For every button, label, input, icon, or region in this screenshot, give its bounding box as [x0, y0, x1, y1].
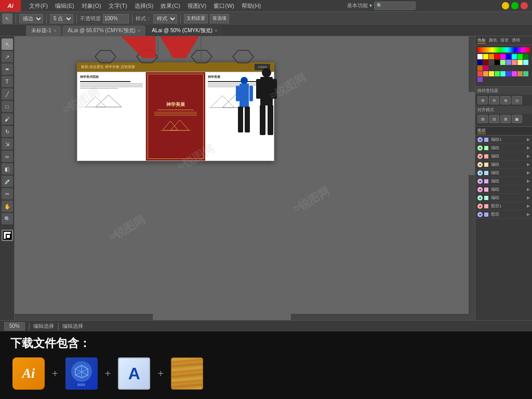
minimize-button[interactable] — [502, 2, 509, 9]
layer-eye-8[interactable]: ● — [477, 204, 483, 209]
layer-arrow-8[interactable]: ▶ — [527, 204, 530, 208]
swatch-blue[interactable] — [506, 54, 511, 59]
hand-tool[interactable]: ✋ — [2, 201, 13, 212]
zoom-input[interactable] — [4, 322, 25, 330]
swatch-r6[interactable] — [506, 71, 511, 76]
layer-eye-5[interactable]: ● — [477, 179, 483, 184]
swatch-black[interactable] — [495, 60, 500, 65]
swatch-r7[interactable] — [512, 71, 517, 76]
tab-close-untitled[interactable]: × — [54, 28, 56, 33]
canvas-area[interactable]: ≈锐图网 ≈锐图网 ≈锐图网 ≈锐图网 ≈锐图网 教风·优业爱生 师学并教 启智… — [15, 36, 475, 320]
scale-tool[interactable]: ⇲ — [2, 138, 13, 150]
color-tab[interactable]: 色板 — [477, 37, 486, 44]
pen-tool[interactable]: ✒ — [2, 63, 13, 75]
layer-row-6[interactable]: ● 编组 ▶ — [475, 185, 532, 194]
layer-eye-1[interactable]: ● — [477, 145, 483, 151]
tab-file2[interactable]: ALai @ 50% (CMYK/预览) × — [147, 25, 222, 36]
swatch-white[interactable] — [477, 54, 483, 59]
doc-setup-button[interactable]: 文档设置 — [184, 14, 208, 23]
swatch-cyan[interactable] — [512, 54, 517, 59]
transparency-tab[interactable]: 透明 — [512, 37, 520, 44]
layer-row-0[interactable]: ● 编组1 ▶ — [475, 136, 532, 144]
align-left[interactable]: ⊞ — [477, 115, 488, 123]
layer-row-2[interactable]: ● 编组 ▶ — [475, 152, 532, 161]
color-tab2[interactable]: 颜色 — [489, 37, 497, 44]
layer-arrow-2[interactable]: ▶ — [527, 154, 530, 158]
swatch-r9[interactable] — [523, 71, 528, 76]
pf-intersect[interactable]: ⊗ — [500, 96, 511, 104]
swatch-darkgreen[interactable] — [523, 54, 528, 59]
layer-arrow-3[interactable]: ▶ — [527, 162, 530, 167]
layer-eye-6[interactable]: ● — [477, 187, 483, 192]
swatch-green[interactable] — [517, 54, 523, 59]
layer-eye-4[interactable]: ● — [477, 170, 483, 176]
swatch-lightgreen[interactable] — [500, 60, 506, 65]
v-scroll-thumb[interactable] — [469, 92, 475, 175]
close-button[interactable] — [521, 2, 528, 9]
rotate-tool[interactable]: ↻ — [2, 126, 13, 137]
line-tool[interactable]: ╱ — [2, 88, 13, 100]
layer-eye-2[interactable]: ● — [477, 154, 483, 159]
swatch-gray[interactable] — [489, 60, 494, 65]
eyedropper-tool[interactable]: 💉 — [2, 176, 13, 187]
zoom-tool[interactable]: 🔍 — [2, 213, 13, 224]
layer-eye-3[interactable]: ● — [477, 162, 483, 167]
swatch-r3[interactable] — [489, 71, 494, 76]
swatch-lightcyan[interactable] — [523, 60, 528, 65]
swatch-darkblue[interactable] — [477, 60, 483, 65]
pt-select[interactable]: 5 点 — [50, 14, 73, 23]
vertical-scrollbar[interactable] — [469, 36, 475, 314]
h-scroll-thumb[interactable] — [153, 314, 291, 320]
layer-eye-9[interactable]: ● — [477, 212, 483, 217]
swatch-r2[interactable] — [483, 71, 488, 76]
swatch-pink[interactable] — [512, 60, 517, 65]
prefs-button[interactable]: 首选项 — [210, 14, 229, 23]
layers-tab[interactable]: 图层 — [477, 128, 486, 134]
layer-row-3[interactable]: ● 编组 ▶ — [475, 161, 532, 169]
layer-row-7[interactable]: ● 编组 ▶ — [475, 194, 532, 202]
pf-exclude[interactable]: ◎ — [512, 96, 522, 104]
menu-edit[interactable]: 编辑(E) — [52, 1, 77, 11]
style-select[interactable]: 样式 — [153, 14, 177, 23]
brush-tool[interactable]: 🖌 — [2, 113, 13, 125]
pf-unite[interactable]: ⊕ — [477, 96, 488, 104]
swatch-red[interactable] — [495, 54, 500, 59]
layer-row-8[interactable]: ● 图层1 ▶ — [475, 202, 532, 210]
menu-file[interactable]: 文件(F) — [26, 1, 51, 11]
layer-row-5[interactable]: ● 编组 ▶ — [475, 177, 532, 185]
search-box[interactable]: 🔍 — [374, 2, 416, 10]
menu-help[interactable]: 帮助(H) — [238, 1, 264, 11]
layer-arrow-4[interactable]: ▶ — [527, 170, 530, 175]
selection-tool[interactable]: ↖ — [2, 38, 13, 50]
align-merge[interactable]: ▣ — [512, 115, 522, 123]
layer-row-4[interactable]: ● 编组 ▶ — [475, 169, 532, 177]
tab-close-file1[interactable]: × — [138, 28, 140, 33]
swatch-magenta[interactable] — [500, 54, 506, 59]
swatch-r4[interactable] — [495, 71, 500, 76]
align-expand[interactable]: ⊟ — [489, 115, 499, 123]
horizontal-scrollbar[interactable] — [15, 314, 475, 320]
menu-effect[interactable]: 效果(C) — [157, 1, 183, 11]
swatch-lightyellow[interactable] — [517, 60, 523, 65]
blend-tool[interactable]: ∞ — [2, 151, 13, 162]
swatch-darkpink[interactable] — [483, 65, 488, 71]
layer-arrow-9[interactable]: ▶ — [527, 212, 530, 217]
pf-minus[interactable]: ⊖ — [489, 96, 499, 104]
layer-eye-0[interactable]: ● — [477, 137, 483, 142]
layer-arrow-7[interactable]: ▶ — [527, 195, 530, 200]
layer-arrow-6[interactable]: ▶ — [527, 187, 530, 192]
tab-untitled[interactable]: 未标题-1 × — [26, 25, 61, 36]
swatch-lightblue[interactable] — [506, 60, 511, 65]
layer-eye-7[interactable]: ● — [477, 195, 483, 201]
menu-select[interactable]: 选择(S) — [131, 1, 157, 11]
menu-view[interactable]: 视图(V) — [184, 1, 210, 11]
swatch-r1[interactable] — [477, 71, 483, 76]
menu-object[interactable]: 对象(O) — [78, 1, 104, 11]
stroke-select[interactable]: 描边 — [19, 14, 43, 23]
rect-tool[interactable]: □ — [2, 101, 13, 112]
opacity-input[interactable] — [103, 14, 129, 23]
gradient-tool[interactable]: ◧ — [2, 163, 13, 175]
menu-window[interactable]: 窗口(W) — [210, 1, 237, 11]
layer-arrow-0[interactable]: ▶ — [527, 137, 530, 142]
swatch-r8[interactable] — [517, 71, 523, 76]
